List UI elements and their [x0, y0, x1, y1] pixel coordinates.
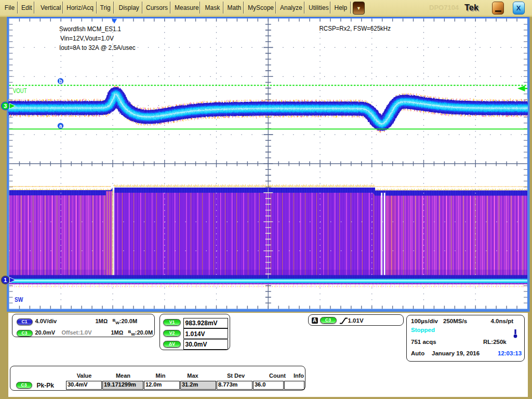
svg-text:Iout=8A to 32A @ 2.5A/usec: Iout=8A to 32A @ 2.5A/usec [59, 44, 136, 51]
svg-text:a: a [59, 123, 62, 129]
svg-text:1: 1 [4, 277, 7, 283]
svg-text:VOUT: VOUT [13, 87, 27, 95]
svg-text:3: 3 [4, 103, 7, 109]
svg-text:Swordfish MCM_ES1.1: Swordfish MCM_ES1.1 [59, 25, 121, 33]
svg-text:SW: SW [15, 296, 23, 303]
svg-text:b: b [59, 78, 62, 84]
svg-text:RCSP=Rx2, FSW=625kHz: RCSP=Rx2, FSW=625kHz [320, 25, 391, 32]
svg-text:Vin=12V,Vout=1.0V: Vin=12V,Vout=1.0V [60, 35, 114, 42]
